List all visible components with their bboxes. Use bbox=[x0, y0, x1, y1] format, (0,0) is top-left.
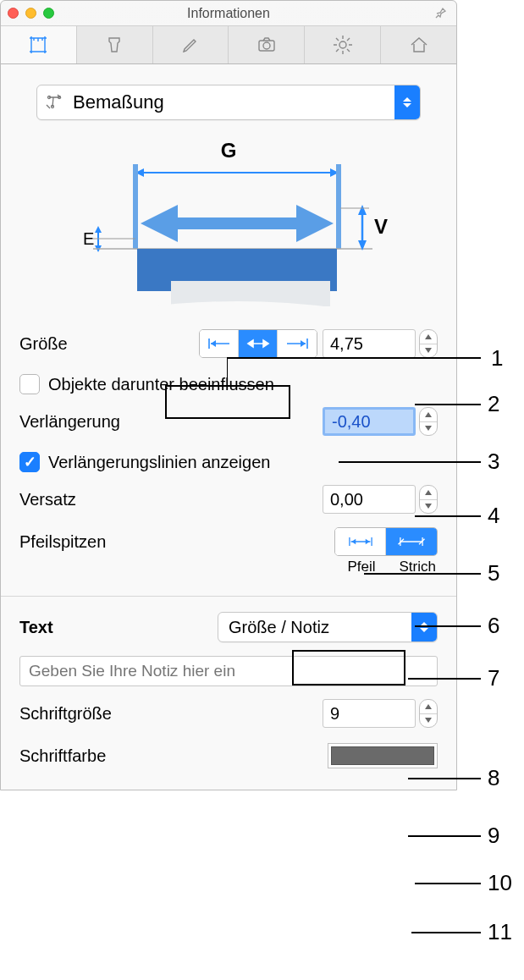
arrow-pfeil-icon[interactable] bbox=[335, 528, 386, 555]
offset-input[interactable] bbox=[323, 485, 416, 514]
svg-marker-50 bbox=[425, 704, 432, 709]
extension-label: Verlängerung bbox=[19, 412, 172, 432]
arrow-opt2-label: Strich bbox=[400, 559, 436, 575]
svg-marker-39 bbox=[425, 504, 432, 509]
layer-type-dropdown[interactable]: Bemaßung bbox=[36, 85, 421, 120]
offset-field bbox=[323, 485, 438, 514]
size-input[interactable] bbox=[323, 329, 416, 358]
offset-label: Versatz bbox=[19, 490, 172, 509]
text-section-label: Text bbox=[19, 618, 172, 637]
svg-marker-38 bbox=[425, 490, 432, 495]
svg-marker-35 bbox=[425, 348, 432, 353]
arrow-opt1-label: Pfeil bbox=[347, 559, 375, 575]
tab-light[interactable] bbox=[305, 26, 381, 63]
tab-home[interactable] bbox=[381, 26, 456, 63]
dropdown-arrows-icon bbox=[394, 85, 420, 119]
dimension-diagram: G E bbox=[68, 139, 389, 317]
dropdown-label: Bemaßung bbox=[71, 91, 394, 113]
svg-marker-13 bbox=[296, 205, 334, 242]
extension-input[interactable] bbox=[323, 407, 416, 436]
fontsize-stepper[interactable] bbox=[419, 699, 438, 728]
fontcolor-well[interactable] bbox=[328, 743, 438, 768]
affect-below-label: Objekte darunter beeinflussen bbox=[48, 375, 274, 394]
arrowhead-label: Pfeilspitzen bbox=[19, 532, 172, 552]
size-direction-segment[interactable] bbox=[199, 329, 317, 358]
show-extension-label: Verlängerungslinien anzeigen bbox=[48, 453, 270, 472]
svg-point-1 bbox=[263, 42, 270, 49]
svg-marker-20 bbox=[358, 205, 367, 215]
dropdown-arrows-icon bbox=[411, 613, 437, 641]
diagram-label-v: V bbox=[374, 215, 388, 238]
size-label: Größe bbox=[19, 334, 172, 354]
arrowhead-segment[interactable] bbox=[334, 527, 438, 556]
pin-icon[interactable] bbox=[434, 6, 448, 23]
affect-below-checkbox[interactable] bbox=[19, 374, 40, 394]
tab-bar bbox=[1, 26, 456, 64]
arrow-strich-icon[interactable] bbox=[386, 528, 437, 555]
offset-stepper[interactable] bbox=[419, 485, 438, 514]
svg-marker-27 bbox=[211, 340, 216, 347]
dimension-icon bbox=[37, 91, 71, 113]
fontsize-field bbox=[323, 699, 438, 728]
svg-point-2 bbox=[339, 41, 346, 48]
section-divider bbox=[1, 596, 456, 597]
seg-left-icon[interactable] bbox=[200, 330, 239, 357]
svg-marker-43 bbox=[351, 539, 356, 545]
svg-marker-36 bbox=[425, 412, 432, 417]
inspector-window: Informationen bbox=[0, 0, 457, 790]
svg-marker-15 bbox=[95, 226, 102, 233]
svg-marker-12 bbox=[141, 205, 178, 242]
svg-marker-51 bbox=[425, 718, 432, 723]
seg-right-icon[interactable] bbox=[278, 330, 317, 357]
window-title: Informationen bbox=[1, 6, 456, 21]
svg-marker-33 bbox=[301, 340, 306, 347]
size-stepper[interactable] bbox=[419, 329, 438, 358]
titlebar: Informationen bbox=[1, 1, 456, 26]
svg-marker-30 bbox=[263, 340, 268, 347]
tab-measure[interactable] bbox=[1, 26, 77, 63]
svg-marker-37 bbox=[425, 426, 432, 431]
fontsize-label: Schriftgröße bbox=[19, 704, 172, 724]
extension-field bbox=[323, 407, 438, 436]
text-mode-dropdown[interactable]: Größe / Notiz bbox=[218, 612, 438, 642]
svg-marker-44 bbox=[365, 539, 369, 545]
diagram-label-g: G bbox=[221, 139, 237, 162]
note-input[interactable] bbox=[19, 656, 438, 686]
tab-style[interactable] bbox=[77, 26, 153, 63]
size-field bbox=[323, 329, 438, 358]
fontcolor-label: Schriftfarbe bbox=[19, 746, 172, 766]
svg-marker-29 bbox=[248, 340, 253, 347]
extension-stepper[interactable] bbox=[419, 407, 438, 436]
tab-camera[interactable] bbox=[229, 26, 305, 63]
diagram-label-e: E bbox=[83, 229, 94, 248]
show-extension-checkbox[interactable] bbox=[19, 452, 40, 472]
seg-both-icon[interactable] bbox=[239, 330, 278, 357]
fontsize-input[interactable] bbox=[323, 699, 416, 728]
tab-edit[interactable] bbox=[153, 26, 229, 63]
svg-marker-34 bbox=[425, 334, 432, 339]
fontcolor-swatch bbox=[331, 746, 434, 765]
text-mode-value: Größe / Notiz bbox=[218, 618, 411, 637]
